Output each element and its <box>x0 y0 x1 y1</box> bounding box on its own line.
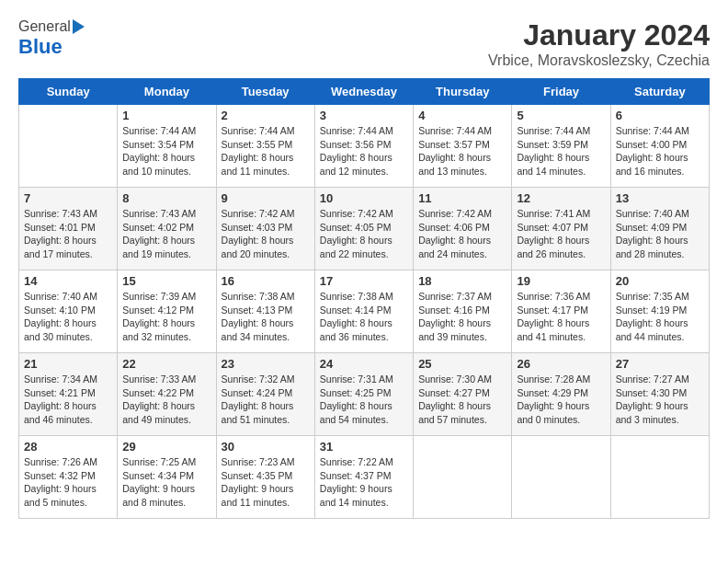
day-info: Sunrise: 7:40 AM Sunset: 4:10 PM Dayligh… <box>24 290 112 344</box>
day-number: 28 <box>24 440 112 454</box>
day-number: 20 <box>616 274 704 288</box>
day-number: 26 <box>517 357 605 371</box>
day-number: 22 <box>122 357 210 371</box>
calendar-cell: 18Sunrise: 7:37 AM Sunset: 4:16 PM Dayli… <box>414 270 512 353</box>
calendar-week-row: 21Sunrise: 7:34 AM Sunset: 4:21 PM Dayli… <box>19 353 710 436</box>
day-info: Sunrise: 7:39 AM Sunset: 4:12 PM Dayligh… <box>122 290 210 344</box>
calendar-cell: 29Sunrise: 7:25 AM Sunset: 4:34 PM Dayli… <box>118 436 216 519</box>
calendar-cell: 10Sunrise: 7:42 AM Sunset: 4:05 PM Dayli… <box>314 188 413 270</box>
title-area: January 2024 Vrbice, Moravskoslezsky, Cz… <box>488 18 710 69</box>
calendar-cell: 2Sunrise: 7:44 AM Sunset: 3:55 PM Daylig… <box>216 105 314 188</box>
day-info: Sunrise: 7:33 AM Sunset: 4:22 PM Dayligh… <box>122 373 210 427</box>
day-info: Sunrise: 7:34 AM Sunset: 4:21 PM Dayligh… <box>24 373 112 427</box>
day-info: Sunrise: 7:44 AM Sunset: 4:00 PM Dayligh… <box>616 124 704 178</box>
day-number: 10 <box>320 191 408 205</box>
day-info: Sunrise: 7:44 AM Sunset: 3:59 PM Dayligh… <box>517 124 605 178</box>
day-info: Sunrise: 7:35 AM Sunset: 4:19 PM Dayligh… <box>616 290 704 344</box>
day-number: 17 <box>320 274 408 288</box>
logo-blue-text: Blue <box>18 35 63 59</box>
header-sunday: Sunday <box>19 79 118 105</box>
day-number: 13 <box>616 191 704 205</box>
calendar-week-row: 7Sunrise: 7:43 AM Sunset: 4:01 PM Daylig… <box>19 188 710 270</box>
calendar-cell: 9Sunrise: 7:42 AM Sunset: 4:03 PM Daylig… <box>216 188 314 270</box>
day-number: 11 <box>418 191 506 205</box>
calendar-week-row: 28Sunrise: 7:26 AM Sunset: 4:32 PM Dayli… <box>19 436 710 519</box>
header-saturday: Saturday <box>610 79 709 105</box>
day-number: 2 <box>222 109 310 122</box>
day-info: Sunrise: 7:22 AM Sunset: 4:37 PM Dayligh… <box>320 455 408 510</box>
calendar-cell: 3Sunrise: 7:44 AM Sunset: 3:56 PM Daylig… <box>314 105 413 188</box>
day-number: 25 <box>418 357 506 371</box>
day-number: 12 <box>517 191 605 205</box>
day-number: 21 <box>24 357 112 371</box>
day-number: 4 <box>418 109 506 122</box>
day-info: Sunrise: 7:44 AM Sunset: 3:54 PM Dayligh… <box>122 124 210 178</box>
day-info: Sunrise: 7:31 AM Sunset: 4:25 PM Dayligh… <box>320 373 408 427</box>
day-number: 3 <box>320 109 408 122</box>
day-info: Sunrise: 7:44 AM Sunset: 3:57 PM Dayligh… <box>418 124 506 178</box>
calendar-cell: 15Sunrise: 7:39 AM Sunset: 4:12 PM Dayli… <box>118 270 216 353</box>
calendar-cell: 28Sunrise: 7:26 AM Sunset: 4:32 PM Dayli… <box>19 436 118 519</box>
day-info: Sunrise: 7:32 AM Sunset: 4:24 PM Dayligh… <box>222 373 310 427</box>
day-number: 6 <box>616 109 704 122</box>
calendar-cell: 22Sunrise: 7:33 AM Sunset: 4:22 PM Dayli… <box>118 353 216 436</box>
day-info: Sunrise: 7:43 AM Sunset: 4:01 PM Dayligh… <box>24 207 112 261</box>
calendar-cell: 27Sunrise: 7:27 AM Sunset: 4:30 PM Dayli… <box>610 353 709 436</box>
day-info: Sunrise: 7:44 AM Sunset: 3:55 PM Dayligh… <box>222 124 310 178</box>
calendar-cell: 1Sunrise: 7:44 AM Sunset: 3:54 PM Daylig… <box>118 105 216 188</box>
calendar-cell: 25Sunrise: 7:30 AM Sunset: 4:27 PM Dayli… <box>414 353 512 436</box>
calendar-subtitle: Vrbice, Moravskoslezsky, Czechia <box>488 52 710 69</box>
day-info: Sunrise: 7:44 AM Sunset: 3:56 PM Dayligh… <box>320 124 408 178</box>
day-number: 7 <box>24 191 112 205</box>
day-info: Sunrise: 7:40 AM Sunset: 4:09 PM Dayligh… <box>616 207 704 261</box>
day-number: 1 <box>122 109 210 122</box>
calendar-cell: 7Sunrise: 7:43 AM Sunset: 4:01 PM Daylig… <box>19 188 118 270</box>
calendar-week-row: 1Sunrise: 7:44 AM Sunset: 3:54 PM Daylig… <box>19 105 710 188</box>
logo: General Blue <box>18 18 85 59</box>
calendar-cell: 26Sunrise: 7:28 AM Sunset: 4:29 PM Dayli… <box>512 353 610 436</box>
calendar-week-row: 14Sunrise: 7:40 AM Sunset: 4:10 PM Dayli… <box>19 270 710 353</box>
day-info: Sunrise: 7:27 AM Sunset: 4:30 PM Dayligh… <box>616 373 704 427</box>
day-info: Sunrise: 7:42 AM Sunset: 4:06 PM Dayligh… <box>418 207 506 261</box>
day-info: Sunrise: 7:30 AM Sunset: 4:27 PM Dayligh… <box>418 373 506 427</box>
calendar-cell: 16Sunrise: 7:38 AM Sunset: 4:13 PM Dayli… <box>216 270 314 353</box>
calendar-cell: 11Sunrise: 7:42 AM Sunset: 4:06 PM Dayli… <box>414 188 512 270</box>
day-info: Sunrise: 7:37 AM Sunset: 4:16 PM Dayligh… <box>418 290 506 344</box>
calendar-cell: 14Sunrise: 7:40 AM Sunset: 4:10 PM Dayli… <box>19 270 118 353</box>
day-number: 9 <box>222 191 310 205</box>
header-friday: Friday <box>512 79 610 105</box>
day-info: Sunrise: 7:23 AM Sunset: 4:35 PM Dayligh… <box>222 455 310 510</box>
calendar-cell: 6Sunrise: 7:44 AM Sunset: 4:00 PM Daylig… <box>610 105 709 188</box>
header-wednesday: Wednesday <box>314 79 413 105</box>
calendar-cell: 23Sunrise: 7:32 AM Sunset: 4:24 PM Dayli… <box>216 353 314 436</box>
calendar-cell: 21Sunrise: 7:34 AM Sunset: 4:21 PM Dayli… <box>19 353 118 436</box>
calendar-cell: 5Sunrise: 7:44 AM Sunset: 3:59 PM Daylig… <box>512 105 610 188</box>
day-info: Sunrise: 7:41 AM Sunset: 4:07 PM Dayligh… <box>517 207 605 261</box>
calendar-cell: 4Sunrise: 7:44 AM Sunset: 3:57 PM Daylig… <box>414 105 512 188</box>
calendar-cell: 12Sunrise: 7:41 AM Sunset: 4:07 PM Dayli… <box>512 188 610 270</box>
logo-general-text: General <box>18 18 71 35</box>
calendar-cell <box>512 436 610 519</box>
calendar-cell: 31Sunrise: 7:22 AM Sunset: 4:37 PM Dayli… <box>314 436 413 519</box>
day-number: 18 <box>418 274 506 288</box>
day-info: Sunrise: 7:38 AM Sunset: 4:14 PM Dayligh… <box>320 290 408 344</box>
day-number: 16 <box>222 274 310 288</box>
weekday-header-row: Sunday Monday Tuesday Wednesday Thursday… <box>19 79 710 105</box>
header: General Blue January 2024 Vrbice, Moravs… <box>18 18 710 69</box>
calendar-cell: 8Sunrise: 7:43 AM Sunset: 4:02 PM Daylig… <box>118 188 216 270</box>
day-info: Sunrise: 7:36 AM Sunset: 4:17 PM Dayligh… <box>517 290 605 344</box>
calendar-cell: 17Sunrise: 7:38 AM Sunset: 4:14 PM Dayli… <box>314 270 413 353</box>
header-monday: Monday <box>118 79 216 105</box>
calendar-cell: 13Sunrise: 7:40 AM Sunset: 4:09 PM Dayli… <box>610 188 709 270</box>
day-info: Sunrise: 7:25 AM Sunset: 4:34 PM Dayligh… <box>122 455 210 510</box>
day-info: Sunrise: 7:42 AM Sunset: 4:05 PM Dayligh… <box>320 207 408 261</box>
calendar-cell: 30Sunrise: 7:23 AM Sunset: 4:35 PM Dayli… <box>216 436 314 519</box>
day-info: Sunrise: 7:28 AM Sunset: 4:29 PM Dayligh… <box>517 373 605 427</box>
day-info: Sunrise: 7:38 AM Sunset: 4:13 PM Dayligh… <box>222 290 310 344</box>
calendar-table: Sunday Monday Tuesday Wednesday Thursday… <box>18 78 710 519</box>
header-tuesday: Tuesday <box>216 79 314 105</box>
calendar-cell: 19Sunrise: 7:36 AM Sunset: 4:17 PM Dayli… <box>512 270 610 353</box>
day-number: 27 <box>616 357 704 371</box>
day-number: 19 <box>517 274 605 288</box>
day-number: 29 <box>122 440 210 454</box>
